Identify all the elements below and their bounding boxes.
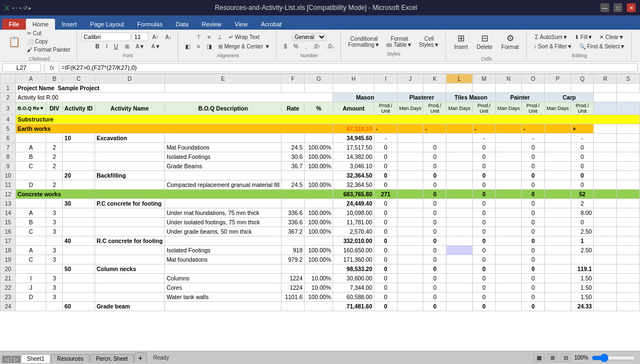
cell-l10[interactable] — [446, 171, 473, 180]
cell-i3[interactable]: Prod./Unit — [374, 102, 398, 115]
cell-f22[interactable]: 1224 — [282, 283, 305, 293]
cell-q11[interactable]: 0 — [571, 180, 594, 190]
percent-button[interactable]: % — [291, 42, 301, 51]
cell-r7[interactable] — [594, 143, 617, 152]
cell-k11[interactable]: 0 — [423, 180, 446, 190]
cell-a24[interactable] — [16, 302, 46, 311]
cell-f9[interactable]: 36.7 — [282, 162, 305, 171]
cell-i15[interactable]: 0 — [374, 218, 398, 227]
cell-a20[interactable] — [16, 264, 46, 274]
cell-c20[interactable]: 50 — [63, 264, 95, 274]
cell-e22[interactable]: Cores — [164, 283, 281, 293]
cell-o18[interactable]: 0 — [522, 246, 545, 255]
cell-o11[interactable]: 0 — [522, 180, 545, 190]
cell-d6[interactable]: Excavation — [95, 134, 164, 143]
cell-o1[interactable] — [522, 84, 545, 93]
sheet-tab-percn[interactable]: Percn. Sheet — [90, 354, 134, 363]
currency-button[interactable]: $ — [281, 42, 290, 51]
cell-a22[interactable]: J — [16, 283, 46, 293]
cell-d18[interactable] — [95, 246, 164, 255]
cell-i18[interactable]: 0 — [374, 246, 398, 255]
cell-p24[interactable] — [545, 302, 571, 311]
new-sheet-button[interactable]: + — [134, 352, 146, 363]
col-S-header[interactable]: S — [617, 74, 640, 84]
cell-k24[interactable]: 0 — [423, 302, 446, 311]
cell-e19[interactable]: Mat foundations — [164, 255, 281, 264]
paste-button[interactable]: 📋 — [5, 35, 23, 49]
cell-d17[interactable]: R.C concrete for footing — [95, 236, 164, 246]
insert-cells-button[interactable]: ⊞Insert — [450, 30, 472, 54]
cell-m7[interactable]: 0 — [472, 143, 495, 152]
cell-c11[interactable] — [63, 180, 95, 190]
cell-h10[interactable]: 32,364.50 — [333, 171, 374, 180]
page-break-view-button[interactable]: ⊟ — [561, 354, 571, 362]
cell-h5[interactable]: 67,310.10 — [333, 124, 374, 134]
cell-a19[interactable]: C — [16, 255, 46, 264]
cell-r14[interactable] — [594, 208, 617, 218]
cell-n21[interactable] — [495, 274, 522, 283]
col-M-header[interactable]: M — [472, 74, 495, 84]
cell-g18[interactable]: 100.00% — [305, 246, 333, 255]
cell-h23[interactable]: 60,588.00 — [333, 293, 374, 302]
cell-f24[interactable] — [282, 302, 305, 311]
cell-d11[interactable] — [95, 180, 164, 190]
cell-o13[interactable]: 0 — [522, 199, 545, 208]
format-as-table-button[interactable]: Formatas Table▼ — [384, 35, 415, 49]
cell-s16[interactable] — [617, 227, 640, 236]
cell-a8[interactable]: B — [16, 152, 46, 162]
sheet-tab-sheet1[interactable]: Sheet1 — [21, 354, 51, 363]
align-left-button[interactable]: ◧ — [183, 42, 193, 51]
cell-i13[interactable]: 0 — [374, 199, 398, 208]
cell-r19[interactable] — [594, 255, 617, 264]
cell-j19[interactable] — [397, 255, 423, 264]
cell-f15[interactable]: 336.6 — [282, 218, 305, 227]
cell-d23[interactable] — [95, 293, 164, 302]
cell-b10[interactable] — [46, 171, 63, 180]
cell-r3[interactable] — [594, 102, 617, 115]
cell-k13[interactable]: 0 — [423, 199, 446, 208]
cell-l12[interactable] — [446, 190, 473, 199]
cell-d7[interactable] — [95, 143, 164, 152]
clear-button[interactable]: ✕ Clear▼ — [597, 33, 627, 41]
autosum-button[interactable]: Σ AutoSum▼ — [532, 33, 571, 41]
cell-q6[interactable]: - — [571, 134, 594, 143]
cell-p7[interactable] — [545, 143, 571, 152]
cell-m21[interactable]: 0 — [472, 274, 495, 283]
cell-a9[interactable]: C — [16, 162, 46, 171]
cell-b24[interactable] — [46, 302, 63, 311]
col-J-header[interactable]: J — [397, 74, 423, 84]
cell-b11[interactable]: 2 — [46, 180, 63, 190]
cell-b9[interactable]: 2 — [46, 162, 63, 171]
cell-n3[interactable]: Man Days — [495, 102, 522, 115]
cell-r2[interactable] — [594, 93, 617, 102]
merge-center-button[interactable]: ⊞ Merge & Center ▼ — [216, 42, 273, 51]
align-bottom-button[interactable]: ⊥ — [214, 33, 225, 41]
cell-n14[interactable] — [495, 208, 522, 218]
cell-m3[interactable]: Prod./Unit — [472, 102, 495, 115]
cell-m18[interactable]: 0 — [472, 246, 495, 255]
cell-i5[interactable]: - — [374, 124, 398, 134]
cell-k15[interactable]: 0 — [423, 218, 446, 227]
cell-a21[interactable]: I — [16, 274, 46, 283]
cell-r22[interactable] — [594, 283, 617, 293]
cell-g16[interactable]: 100.00% — [305, 227, 333, 236]
cell-e20[interactable] — [164, 264, 281, 274]
cell-g15[interactable]: 100.00% — [305, 218, 333, 227]
cell-g7[interactable]: 100.00% — [305, 143, 333, 152]
align-right-button[interactable]: ◨ — [204, 42, 214, 51]
decrease-decimal-button[interactable]: .0↓ — [324, 42, 337, 51]
cell-o19[interactable]: 0 — [522, 255, 545, 264]
cell-r20[interactable] — [594, 264, 617, 274]
cell-q14[interactable]: 8.00 — [571, 208, 594, 218]
number-format-select[interactable]: General Number Currency — [292, 33, 327, 41]
cell-d22[interactable] — [95, 283, 164, 293]
increase-decimal-button[interactable]: .0↑ — [310, 42, 323, 51]
cell-d21[interactable] — [95, 274, 164, 283]
cell-n16[interactable] — [495, 227, 522, 236]
cell-m14[interactable]: 0 — [472, 208, 495, 218]
cell-i23[interactable]: 0 — [374, 293, 398, 302]
underline-button[interactable]: U — [111, 42, 120, 51]
cell-c15[interactable] — [63, 218, 95, 227]
copy-button[interactable]: ⬜ Copy — [24, 37, 51, 46]
cell-d10[interactable]: Backfilling — [95, 171, 164, 180]
